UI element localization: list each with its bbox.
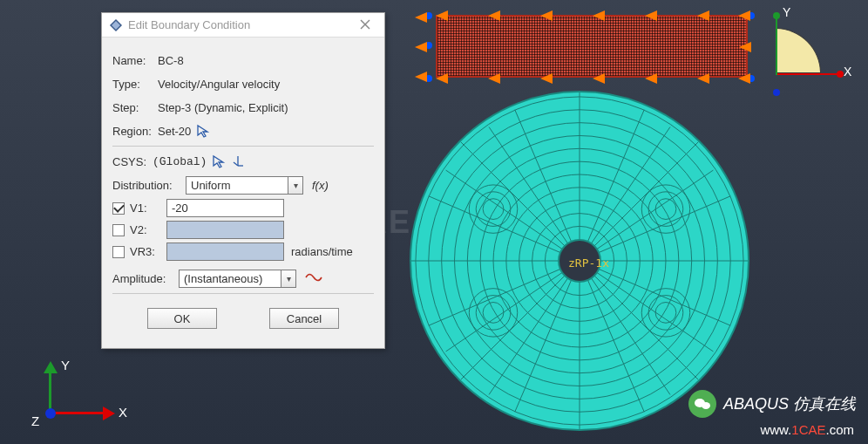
svg-line-15 [580,196,730,261]
svg-line-29 [580,261,713,352]
svg-point-35 [476,192,511,227]
svg-point-40 [483,303,504,324]
bc-arrow-icon [593,73,605,84]
bc-arrow-icon [593,10,605,21]
svg-point-38 [648,296,683,331]
svg-line-18 [429,261,580,325]
amplitude-label: Amplitude: [112,272,179,285]
view-triad-bottom-left: X Y Z [37,370,132,440]
bc-arrow-icon [488,73,500,84]
svg-line-49 [234,162,238,166]
abaqus-icon [109,18,123,32]
cancel-button[interactable]: Cancel [269,308,339,329]
region-label: Region: [112,125,158,138]
bc-arrow-icon [739,42,751,52]
name-label: Name: [112,54,158,67]
svg-line-25 [580,261,670,394]
edit-boundary-condition-dialog: Edit Boundary Condition Name:BC-8 Type:V… [101,12,385,349]
vr3-input[interactable] [166,242,284,261]
view-triad-top-right: X Y [767,10,845,98]
type-value: Velocity/Angular velocity [158,78,374,91]
svg-line-17 [429,196,580,261]
fx-icon[interactable]: f(x) [312,179,329,192]
axis-y-label: Y [61,358,70,372]
dialog-titlebar[interactable]: Edit Boundary Condition [102,13,384,38]
bc-arrow-icon [540,73,553,84]
svg-point-37 [655,303,676,324]
svg-point-31 [655,199,676,220]
brand-watermark: ABAQUS 仿真在线 [688,390,856,418]
v2-checkbox[interactable] [112,224,125,236]
bc-arrow-icon [436,10,448,21]
distribution-label: Distribution: [112,179,186,192]
bc-arrow-icon [415,72,427,82]
bc-arrow-icon [415,12,427,23]
svg-line-24 [489,127,580,261]
step-label: Step: [112,101,158,114]
svg-line-21 [515,261,580,412]
vr3-unit: radians/time [291,245,353,258]
bc-arrow-icon [645,73,657,84]
bc-arrow-icon [738,73,750,84]
datum-csys-icon[interactable] [231,154,245,168]
url-watermark: www.1CAE.com [760,422,854,437]
axis-z-label: Z [31,413,39,428]
bc-arrow-icon [436,73,448,84]
v1-input[interactable]: -20 [166,199,284,217]
bc-arrow-icon [697,73,709,84]
svg-point-32 [648,192,683,227]
chevron-down-icon: ▾ [288,177,302,194]
axis-y-label: Y [783,5,790,19]
name-value: BC-8 [158,54,374,67]
step-value: Step-3 (Dynamic, Explicit) [158,101,374,114]
svg-line-20 [580,110,644,261]
svg-point-51 [702,402,710,409]
svg-point-34 [483,199,504,220]
bc-arrow-icon [697,10,709,21]
dialog-title: Edit Boundary Condition [128,18,353,31]
svg-line-16 [580,261,730,325]
v1-checkbox[interactable] [112,202,125,215]
csys-value: (Global) [153,155,207,168]
csys-label: CSYS: [112,155,153,168]
ok-button[interactable]: OK [147,308,217,329]
v1-label: V1: [130,202,166,215]
type-label: Type: [112,78,158,91]
bc-arrow-icon [738,10,750,21]
svg-line-26 [489,261,580,394]
bc-arrow-icon [488,10,500,21]
svg-line-28 [446,170,580,261]
pick-region-icon[interactable] [196,124,210,138]
v2-input[interactable] [166,221,284,239]
v2-label: V2: [130,223,166,236]
rect-mesh-part[interactable] [436,15,748,78]
vr3-checkbox[interactable] [112,246,125,258]
chevron-down-icon: ▾ [281,270,295,287]
region-value: Set-20 [158,125,191,138]
amplitude-curve-icon[interactable] [305,271,322,286]
svg-line-30 [446,261,580,352]
bc-arrow-icon [415,42,427,52]
amplitude-select[interactable]: (Instantaneous) ▾ [179,270,296,288]
svg-point-41 [476,296,511,331]
axis-x-label: X [119,405,127,420]
close-icon[interactable] [353,18,377,32]
svg-line-19 [515,110,580,261]
svg-line-22 [580,261,644,412]
distribution-select[interactable]: Uniform ▾ [186,176,303,195]
wechat-icon [688,390,716,418]
axis-x-label: X [844,65,851,79]
pick-csys-icon[interactable] [212,154,226,168]
svg-line-27 [580,170,713,261]
vr3-label: VR3: [130,245,166,258]
bc-arrow-icon [540,10,553,21]
svg-line-23 [580,127,670,261]
reference-point-label: zRP-1x [568,256,609,270]
bc-arrow-icon [645,10,657,21]
